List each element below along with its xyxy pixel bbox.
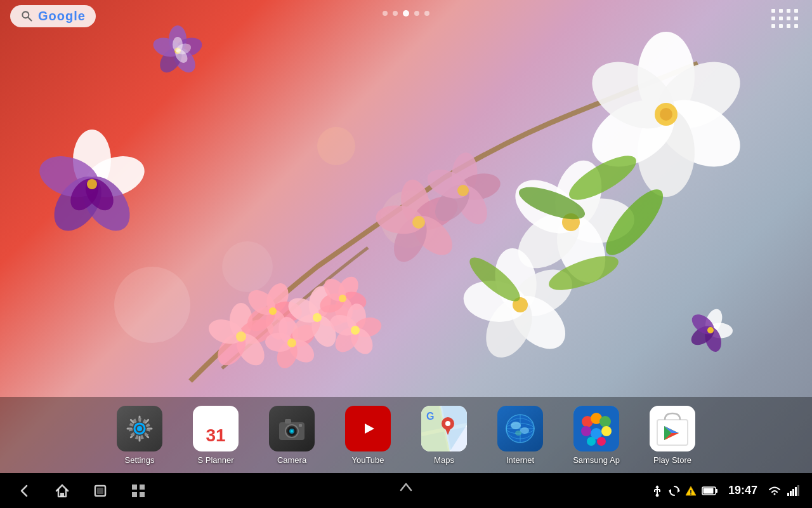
svg-point-12 <box>276 315 301 347</box>
svg-point-22 <box>284 293 324 328</box>
svg-rect-154 <box>132 485 137 490</box>
svg-point-34 <box>327 311 360 340</box>
svg-point-70 <box>73 130 111 190</box>
svg-point-75 <box>80 173 119 215</box>
page-dot-5[interactable] <box>424 11 429 16</box>
svg-point-44 <box>548 155 609 234</box>
svg-point-30 <box>346 303 367 332</box>
bokeh-3 <box>317 127 355 165</box>
page-dot-2[interactable] <box>393 11 398 16</box>
wifi-icon <box>768 485 782 497</box>
svg-point-35 <box>351 326 360 335</box>
svg-point-17 <box>287 338 296 347</box>
usb-icon <box>651 485 664 497</box>
splanner-icon-bg: 31 <box>193 406 239 451</box>
svg-point-47 <box>508 201 590 280</box>
app-settings-label: Settings <box>125 455 155 465</box>
warning-icon <box>685 485 697 497</box>
playstore-icon <box>650 406 695 451</box>
bokeh-2 <box>222 241 273 292</box>
svg-point-64 <box>155 44 187 77</box>
svg-point-54 <box>461 277 529 326</box>
svg-point-77 <box>87 179 97 189</box>
page-dot-1[interactable] <box>383 11 388 16</box>
recent-apps-button[interactable] <box>89 479 112 502</box>
svg-point-16 <box>265 332 294 352</box>
app-settings[interactable]: Settings <box>108 406 171 465</box>
grid-dot <box>771 9 775 13</box>
svg-point-67 <box>173 37 183 52</box>
app-splanner[interactable]: 31 S Planner <box>184 406 247 465</box>
grid-dot <box>787 17 790 20</box>
svg-point-6 <box>263 280 292 316</box>
svg-point-143 <box>597 437 606 446</box>
page-dot-4[interactable] <box>414 11 419 16</box>
app-internet-label: Internet <box>506 455 534 465</box>
svg-point-134 <box>515 431 521 436</box>
grid-dot <box>794 9 798 13</box>
app-internet[interactable]: Internet <box>488 406 552 465</box>
svg-rect-172 <box>703 488 713 493</box>
samsung-icon-bg <box>573 406 619 451</box>
svg-point-28 <box>320 274 350 305</box>
svg-point-71 <box>80 149 150 204</box>
grid-dot <box>787 9 790 13</box>
svg-point-94 <box>423 164 473 204</box>
svg-point-8 <box>263 307 291 342</box>
app-youtube[interactable]: YouTube <box>336 406 400 465</box>
svg-point-69 <box>173 47 190 65</box>
svg-point-26 <box>334 297 354 324</box>
svg-point-24 <box>334 273 362 304</box>
svg-point-72 <box>73 168 140 239</box>
svg-point-95 <box>457 185 469 196</box>
svg-point-68 <box>175 42 193 57</box>
home-button[interactable] <box>51 479 74 502</box>
svg-point-20 <box>307 312 341 351</box>
svg-point-58 <box>597 182 671 263</box>
google-search-bar[interactable]: Google <box>10 5 96 27</box>
svg-rect-177 <box>797 485 799 496</box>
svg-point-56 <box>563 148 642 208</box>
svg-point-29 <box>339 295 346 302</box>
app-youtube-label: YouTube <box>351 455 384 465</box>
page-indicators <box>383 10 429 17</box>
svg-point-4 <box>206 316 246 349</box>
apps-grid-button[interactable] <box>769 6 802 32</box>
youtube-icon <box>352 413 384 444</box>
app-playstore[interactable]: Play Store <box>641 406 704 465</box>
svg-point-60 <box>545 249 622 297</box>
svg-point-99 <box>137 426 142 431</box>
svg-point-33 <box>331 323 363 357</box>
back-icon <box>15 482 33 500</box>
svg-point-27 <box>317 290 348 316</box>
svg-point-3 <box>212 328 251 370</box>
app-maps[interactable]: G Maps <box>412 406 476 465</box>
svg-point-11 <box>269 307 277 315</box>
svg-rect-151 <box>60 493 64 497</box>
svg-point-139 <box>581 426 591 436</box>
screenshot-icon <box>129 482 147 500</box>
svg-rect-173 <box>787 493 789 496</box>
up-arrow-button[interactable] <box>397 479 415 500</box>
back-button[interactable] <box>13 479 36 502</box>
svg-point-19 <box>315 302 350 328</box>
svg-point-46 <box>548 208 615 290</box>
recent-apps-icon <box>91 482 109 500</box>
app-maps-label: Maps <box>434 455 454 465</box>
svg-point-52 <box>502 286 575 359</box>
app-samsung[interactable]: Samsung Ap <box>565 406 628 465</box>
battery-icon <box>702 485 718 497</box>
svg-point-132 <box>511 422 521 429</box>
page-dot-3[interactable] <box>403 10 409 17</box>
svg-point-76 <box>65 173 104 215</box>
screenshot-button[interactable] <box>127 479 150 502</box>
svg-point-21 <box>287 309 325 347</box>
app-camera[interactable]: Camera <box>260 406 324 465</box>
svg-point-169 <box>690 493 691 495</box>
grid-dot <box>771 24 775 28</box>
svg-point-7 <box>271 301 302 323</box>
up-arrow-icon <box>397 479 415 497</box>
svg-point-36 <box>638 32 695 121</box>
app-playstore-label: Play Store <box>653 455 691 465</box>
youtube-icon-bg <box>345 406 391 451</box>
